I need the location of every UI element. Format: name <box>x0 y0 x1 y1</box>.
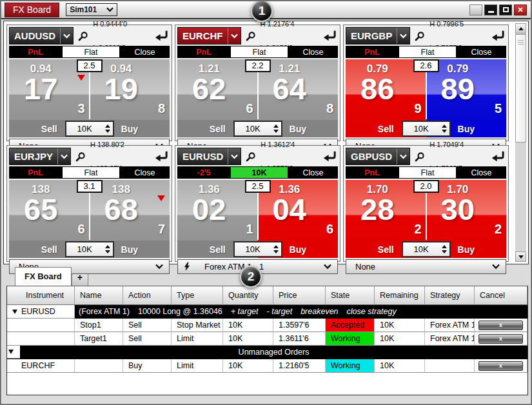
minus-target-link[interactable]: - target <box>267 307 293 316</box>
column-header-strategy[interactable]: Strategy <box>425 286 475 305</box>
column-header-quantity[interactable]: Quantity <box>223 286 273 305</box>
column-header-instrument[interactable]: Instrument <box>7 286 75 305</box>
pnl-button[interactable]: PnL <box>9 46 62 58</box>
close-position-button[interactable]: Close <box>120 166 170 179</box>
close-strategy-link[interactable]: close strategy <box>347 307 397 316</box>
vertical-scrollbar[interactable] <box>515 23 526 262</box>
collapse-triangle-icon[interactable] <box>8 350 14 354</box>
minimize-button[interactable] <box>484 5 497 15</box>
swap-instrument-icon[interactable] <box>154 150 168 163</box>
spin-up-icon[interactable] <box>442 124 447 128</box>
instrument-cell: EURUSD <box>7 305 75 319</box>
quantity-stepper[interactable]: 10K <box>402 241 451 257</box>
swap-instrument-icon[interactable] <box>322 150 336 163</box>
sell-price: 62 <box>179 74 240 104</box>
column-header-action[interactable]: Action <box>123 286 172 305</box>
spin-down-icon[interactable] <box>442 130 447 133</box>
column-header-cancel[interactable]: Cancel <box>475 286 527 305</box>
close-position-button[interactable]: Close <box>288 166 338 179</box>
chevron-down-icon <box>324 264 331 270</box>
pair-selector[interactable]: AUDUSD <box>9 27 74 44</box>
buy-pip: 8 <box>158 101 165 116</box>
pnl-button[interactable]: PnL <box>346 166 399 179</box>
plus-target-link[interactable]: + target <box>231 307 259 316</box>
pair-selector[interactable]: GBPUSD <box>346 148 410 165</box>
pair-selector[interactable]: EURUSD <box>177 148 241 165</box>
chevron-down-icon[interactable] <box>228 148 241 164</box>
search-icon[interactable] <box>415 31 425 41</box>
column-header-state[interactable]: State <box>326 286 375 305</box>
cancel-order-button[interactable]: x <box>478 361 523 371</box>
search-icon[interactable] <box>78 31 88 41</box>
search-icon[interactable] <box>415 152 425 162</box>
swap-instrument-icon[interactable] <box>491 150 504 163</box>
swap-instrument-icon[interactable] <box>154 30 168 42</box>
cancel-order-button[interactable]: x <box>478 321 523 330</box>
close-position-button[interactable]: Close <box>288 46 338 58</box>
chevron-down-icon[interactable] <box>397 28 409 44</box>
cancel-order-button[interactable]: x <box>478 334 523 344</box>
scroll-down-button[interactable] <box>515 252 526 262</box>
quantity-stepper[interactable]: 10K <box>65 121 114 137</box>
spin-up-icon[interactable] <box>442 245 447 248</box>
swap-instrument-icon[interactable] <box>491 30 504 42</box>
spin-up-icon[interactable] <box>273 124 279 128</box>
spin-down-icon[interactable] <box>105 130 110 133</box>
close-button[interactable]: ✕ <box>514 5 527 15</box>
scroll-up-button[interactable] <box>515 23 526 34</box>
spin-down-icon[interactable] <box>273 250 279 253</box>
maximize-button[interactable] <box>499 5 512 15</box>
strategy-selector[interactable]: None <box>346 259 506 274</box>
column-header-price[interactable]: Price <box>273 286 326 305</box>
swap-instrument-icon[interactable] <box>322 30 336 42</box>
close-position-button[interactable]: Close <box>120 46 170 58</box>
spin-up-icon[interactable] <box>105 124 110 128</box>
breakeven-link[interactable]: breakeven <box>300 307 338 316</box>
chevron-down-icon[interactable] <box>397 148 409 164</box>
chevron-down-icon[interactable] <box>60 28 73 44</box>
close-position-button[interactable]: Close <box>457 166 506 179</box>
pnl-button[interactable]: -2'5 <box>177 166 230 179</box>
spin-up-icon[interactable] <box>105 245 110 248</box>
tab-fx-board[interactable]: FX Board <box>15 267 72 286</box>
position-button[interactable]: Flat <box>399 46 457 58</box>
position-button[interactable]: Flat <box>230 46 288 58</box>
scrollbar-thumb[interactable] <box>515 34 526 143</box>
chevron-down-icon[interactable] <box>57 148 70 164</box>
search-icon[interactable] <box>75 152 86 162</box>
spin-up-icon[interactable] <box>273 245 279 248</box>
quantity-stepper[interactable]: 10K <box>233 241 282 257</box>
buy-price: 89 <box>428 74 489 104</box>
position-button[interactable]: Flat <box>62 46 120 58</box>
chevron-down-icon[interactable] <box>228 28 241 44</box>
quantity-stepper[interactable]: 10K <box>402 121 451 137</box>
fx-tile-eurusd: EURUSD H 1.3612'4 L 1.3573'0 -2'5 10K Cl… <box>175 145 340 262</box>
spin-down-icon[interactable] <box>273 130 279 133</box>
column-header-remaining[interactable]: Remaining <box>375 286 425 305</box>
pair-selector[interactable]: EURCHF <box>177 27 241 44</box>
search-icon[interactable] <box>246 31 256 41</box>
quantity-value: 10K <box>66 242 103 256</box>
position-button[interactable]: 10K <box>230 166 288 179</box>
spin-down-icon[interactable] <box>442 250 447 253</box>
scrollbar-grip <box>518 40 524 44</box>
sell-pip: 9 <box>414 101 421 116</box>
search-icon[interactable] <box>246 152 256 162</box>
pnl-button[interactable]: PnL <box>9 166 62 179</box>
quantity-cell: 10K <box>223 359 273 373</box>
quantity-stepper[interactable]: 10K <box>65 241 114 257</box>
position-button[interactable]: Flat <box>399 166 457 179</box>
pair-selector[interactable]: EURGBP <box>346 27 410 44</box>
close-position-button[interactable]: Close <box>457 46 506 58</box>
position-button[interactable]: Flat <box>62 166 120 179</box>
cancel-cell: x <box>475 359 527 373</box>
spin-down-icon[interactable] <box>105 250 110 253</box>
pair-selector[interactable]: EURJPY <box>9 148 71 165</box>
column-header-type[interactable]: Type <box>172 286 223 305</box>
quantity-stepper[interactable]: 10K <box>233 121 282 137</box>
column-header-name[interactable]: Name <box>75 286 123 305</box>
collapse-triangle-icon[interactable] <box>12 310 17 314</box>
window-extra-button[interactable] <box>469 5 482 15</box>
pnl-button[interactable]: PnL <box>346 46 399 58</box>
pnl-button[interactable]: PnL <box>177 46 230 58</box>
